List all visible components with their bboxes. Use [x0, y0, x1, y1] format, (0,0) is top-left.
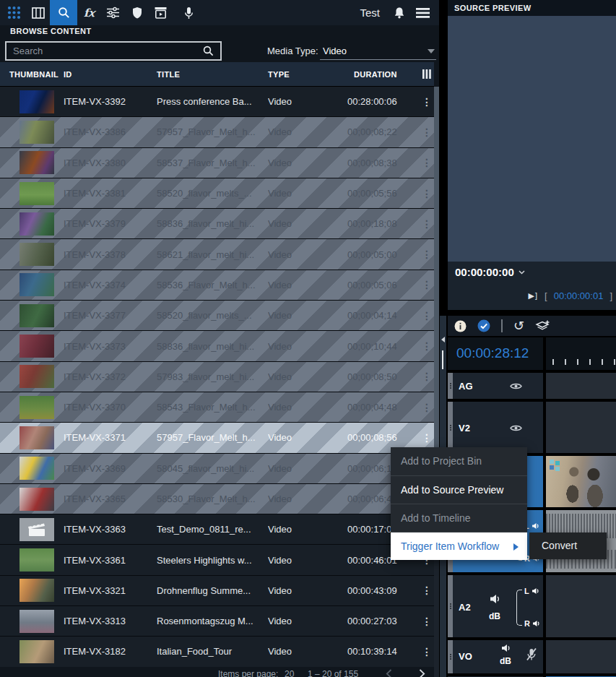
row-menu-button[interactable]: ⋮ [420, 280, 434, 289]
goto-in-button[interactable]: ▶] [529, 291, 539, 301]
table-row[interactable]: ITEM-VX-337758520_flavor_melts_...Video0… [0, 301, 434, 331]
notifications-button[interactable] [387, 0, 411, 25]
context-menu-item[interactable]: Add to Project Bin [391, 447, 527, 475]
track-lane-ag[interactable] [546, 373, 616, 399]
row-menu-button[interactable]: ⋮ [420, 403, 434, 412]
column-header-title[interactable]: TITLE [157, 70, 268, 79]
divider-scroll-thumb[interactable] [442, 350, 443, 369]
track-header-vo[interactable]: VO dB [448, 640, 543, 673]
eye-icon[interactable] [510, 424, 522, 432]
eye-icon[interactable] [510, 382, 522, 390]
apps-button[interactable] [2, 0, 26, 25]
row-menu-button[interactable]: ⋮ [420, 158, 434, 167]
chevron-down-icon[interactable] [428, 49, 435, 53]
add-layer-icon[interactable] [535, 320, 550, 332]
table-row[interactable]: ITEM-VX-3361Steelers Highlights w...Vide… [0, 545, 434, 575]
main-menu-button[interactable] [411, 0, 435, 25]
track-lane-v1[interactable] [546, 456, 616, 507]
archive-button[interactable] [149, 0, 173, 25]
table-row[interactable]: ITEM-VX-338657957_Flavor_Melt_h...Video0… [0, 117, 434, 147]
mark-out-bracket[interactable]: ] [610, 290, 612, 301]
context-submenu-item-convert[interactable]: Convert [529, 532, 607, 559]
row-menu-button[interactable]: ⋮ [420, 434, 434, 442]
track-header-ag[interactable]: AG [448, 373, 543, 399]
table-row[interactable]: ITEM-VX-338158520_flavor_melts_...Video0… [0, 178, 434, 209]
settings-button[interactable] [101, 0, 125, 25]
row-menu-button[interactable]: ⋮ [420, 311, 434, 320]
column-header-type[interactable]: TYPE [268, 70, 337, 79]
track-drag-handle[interactable] [448, 575, 453, 637]
table-row[interactable]: ITEM-VX-337858621_flavor_melt_hi...Video… [0, 239, 434, 269]
column-header-thumbnail[interactable]: THUMBNAIL [0, 70, 64, 79]
row-menu-button[interactable]: ⋮ [420, 128, 434, 137]
search-input[interactable] [6, 46, 203, 56]
table-row[interactable]: ITEM-VX-337058543_Flavor_Melt_h...Video0… [0, 392, 434, 423]
column-header-id[interactable]: ID [64, 70, 157, 79]
track-drag-handle[interactable] [448, 373, 453, 399]
row-menu-button[interactable]: ⋮ [420, 342, 434, 350]
table-row[interactable]: ITEM-VX-337958836_flavor_melt_hi...Video… [0, 209, 434, 239]
row-menu-button[interactable]: ⋮ [420, 617, 434, 626]
media-type-select[interactable]: Media Type: Video [266, 41, 438, 61]
row-menu-button[interactable]: ⋮ [420, 372, 434, 381]
info-icon[interactable] [454, 320, 467, 332]
microphone-muted-icon[interactable] [526, 647, 537, 661]
track-drag-handle[interactable] [448, 640, 453, 673]
video-clip[interactable] [546, 456, 616, 507]
row-menu-button[interactable]: ⋮ [420, 98, 434, 106]
table-row[interactable]: ITEM-VX-336958045_flavor_melt_hi...Video… [0, 454, 434, 484]
check-circle-icon[interactable] [477, 319, 490, 332]
context-menu-item[interactable]: Trigger Item Workflow [391, 532, 527, 560]
library-button[interactable] [26, 0, 50, 25]
row-menu-button[interactable]: ⋮ [420, 220, 434, 228]
table-row[interactable]: ITEM-VX-336558530_Flavor_Melt_h...Video0… [0, 484, 434, 514]
preview-timecode-dropdown[interactable]: 00:00:00:00 [455, 266, 525, 278]
mark-in-bracket[interactable]: [ [545, 290, 547, 301]
speaker-icon[interactable] [501, 644, 511, 652]
table-row[interactable]: ITEM-VX-337458536_Flavor_Melt_h...Video0… [0, 270, 434, 301]
table-row[interactable]: ITEM-VX-3313Rosenmontagszug M...Video00:… [0, 606, 434, 637]
admin-button[interactable] [125, 0, 149, 25]
table-row[interactable]: ITEM-VX-337257983_flavor_melt_hi...Video… [0, 362, 434, 392]
effects-button[interactable]: f𝑥 [77, 0, 101, 25]
column-header-duration[interactable]: DURATION [337, 70, 420, 79]
speaker-icon[interactable] [490, 594, 501, 604]
collapse-left-icon[interactable] [441, 337, 445, 342]
user-label[interactable]: Test [360, 7, 380, 19]
table-row[interactable]: ITEM-VX-3182Italian_Food_TourVideo00:10:… [0, 637, 434, 667]
right-channel[interactable]: R [524, 619, 540, 628]
items-per-page-value[interactable]: 20 [285, 669, 294, 677]
gain-label[interactable]: dB [500, 656, 511, 666]
table-row[interactable]: ITEM-VX-3321Drohnenflug Summe...Video00:… [0, 576, 434, 606]
undo-icon[interactable]: ↺ [513, 319, 524, 332]
table-row[interactable]: ITEM-VX-337157957_Flavor_Melt_h...Video0… [0, 423, 434, 453]
track-lane-a2[interactable] [546, 575, 616, 637]
track-header-v2[interactable]: V2 [448, 402, 543, 453]
row-menu-button[interactable]: ⋮ [420, 647, 434, 656]
voice-button[interactable] [177, 0, 201, 25]
left-channel[interactable]: L [524, 587, 539, 595]
table-row[interactable]: ITEM-VX-338058537_Flavor_Melt_h...Video0… [0, 148, 434, 178]
row-menu-button[interactable]: ⋮ [420, 586, 434, 595]
table-scrollbar[interactable] [434, 87, 439, 677]
context-menu-item[interactable]: Add to Timeline [391, 504, 527, 532]
track-lane-v2[interactable] [546, 402, 616, 453]
search-field-icon[interactable] [203, 46, 214, 56]
playhead-timecode-cell[interactable]: 00:00:28:12 [448, 337, 543, 370]
track-lane-vo[interactable] [546, 640, 616, 673]
track-header-a2[interactable]: A2 dB L R [448, 575, 543, 637]
table-row[interactable]: ITEM-VX-3363Test_Demo_0811_re...Video00:… [0, 514, 434, 545]
row-menu-button[interactable]: ⋮ [420, 250, 434, 259]
table-row[interactable]: ITEM-VX-3392Press conference Ba...Video0… [0, 87, 434, 117]
row-menu-button[interactable]: ⋮ [420, 189, 434, 198]
table-row[interactable]: ITEM-VX-337358836_flavor_melt_hi...Video… [0, 331, 434, 361]
previous-page-icon[interactable] [386, 669, 392, 677]
context-menu-item[interactable]: Add to Source Preview [391, 475, 527, 504]
timeline-ruler[interactable] [546, 337, 616, 370]
next-page-icon[interactable] [419, 669, 425, 677]
track-drag-handle[interactable] [448, 402, 453, 453]
mark-in-timecode[interactable]: 00:00:00:01 [554, 290, 604, 301]
columns-icon[interactable] [420, 69, 434, 79]
gain-label[interactable]: dB [489, 611, 500, 621]
search-tool-button[interactable] [50, 0, 77, 25]
